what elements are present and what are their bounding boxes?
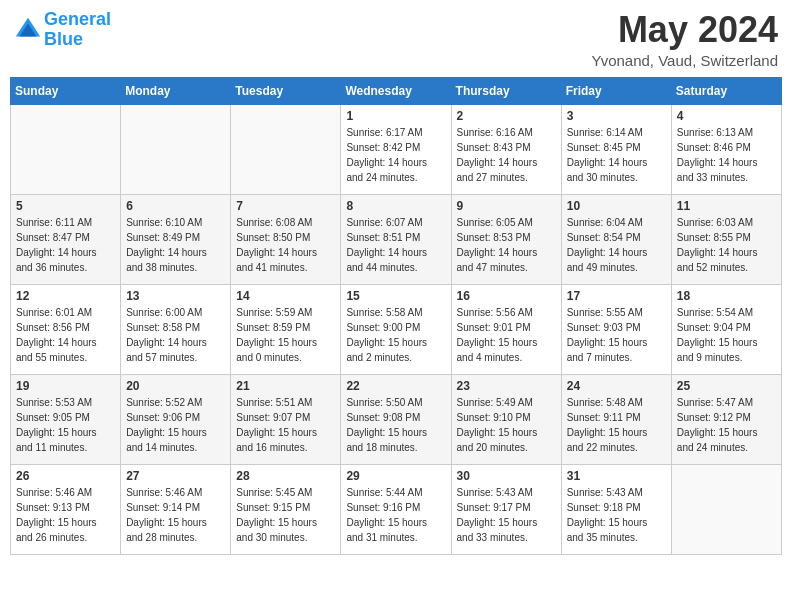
day-cell	[231, 104, 341, 194]
week-row-1: 1Sunrise: 6:17 AM Sunset: 8:42 PM Daylig…	[11, 104, 782, 194]
day-number: 13	[126, 289, 225, 303]
day-number: 1	[346, 109, 445, 123]
day-cell: 19Sunrise: 5:53 AM Sunset: 9:05 PM Dayli…	[11, 374, 121, 464]
week-row-4: 19Sunrise: 5:53 AM Sunset: 9:05 PM Dayli…	[11, 374, 782, 464]
weekday-saturday: Saturday	[671, 77, 781, 104]
day-cell: 2Sunrise: 6:16 AM Sunset: 8:43 PM Daylig…	[451, 104, 561, 194]
day-number: 9	[457, 199, 556, 213]
day-cell: 3Sunrise: 6:14 AM Sunset: 8:45 PM Daylig…	[561, 104, 671, 194]
day-number: 8	[346, 199, 445, 213]
day-info: Sunrise: 5:54 AM Sunset: 9:04 PM Dayligh…	[677, 305, 776, 365]
day-info: Sunrise: 6:13 AM Sunset: 8:46 PM Dayligh…	[677, 125, 776, 185]
day-cell: 5Sunrise: 6:11 AM Sunset: 8:47 PM Daylig…	[11, 194, 121, 284]
day-cell: 28Sunrise: 5:45 AM Sunset: 9:15 PM Dayli…	[231, 464, 341, 554]
day-cell: 16Sunrise: 5:56 AM Sunset: 9:01 PM Dayli…	[451, 284, 561, 374]
day-number: 2	[457, 109, 556, 123]
day-number: 14	[236, 289, 335, 303]
day-number: 27	[126, 469, 225, 483]
calendar-table: SundayMondayTuesdayWednesdayThursdayFrid…	[10, 77, 782, 555]
logo-icon	[14, 16, 42, 44]
day-cell: 26Sunrise: 5:46 AM Sunset: 9:13 PM Dayli…	[11, 464, 121, 554]
day-cell: 13Sunrise: 6:00 AM Sunset: 8:58 PM Dayli…	[121, 284, 231, 374]
day-cell: 8Sunrise: 6:07 AM Sunset: 8:51 PM Daylig…	[341, 194, 451, 284]
day-cell: 12Sunrise: 6:01 AM Sunset: 8:56 PM Dayli…	[11, 284, 121, 374]
day-cell: 4Sunrise: 6:13 AM Sunset: 8:46 PM Daylig…	[671, 104, 781, 194]
day-number: 23	[457, 379, 556, 393]
day-cell: 30Sunrise: 5:43 AM Sunset: 9:17 PM Dayli…	[451, 464, 561, 554]
day-number: 6	[126, 199, 225, 213]
day-info: Sunrise: 5:43 AM Sunset: 9:18 PM Dayligh…	[567, 485, 666, 545]
day-info: Sunrise: 6:08 AM Sunset: 8:50 PM Dayligh…	[236, 215, 335, 275]
day-cell: 15Sunrise: 5:58 AM Sunset: 9:00 PM Dayli…	[341, 284, 451, 374]
weekday-friday: Friday	[561, 77, 671, 104]
day-cell: 21Sunrise: 5:51 AM Sunset: 9:07 PM Dayli…	[231, 374, 341, 464]
day-number: 28	[236, 469, 335, 483]
day-number: 10	[567, 199, 666, 213]
day-info: Sunrise: 5:51 AM Sunset: 9:07 PM Dayligh…	[236, 395, 335, 455]
day-cell: 18Sunrise: 5:54 AM Sunset: 9:04 PM Dayli…	[671, 284, 781, 374]
day-cell: 6Sunrise: 6:10 AM Sunset: 8:49 PM Daylig…	[121, 194, 231, 284]
day-cell: 31Sunrise: 5:43 AM Sunset: 9:18 PM Dayli…	[561, 464, 671, 554]
day-cell: 14Sunrise: 5:59 AM Sunset: 8:59 PM Dayli…	[231, 284, 341, 374]
day-info: Sunrise: 6:14 AM Sunset: 8:45 PM Dayligh…	[567, 125, 666, 185]
day-number: 22	[346, 379, 445, 393]
day-number: 16	[457, 289, 556, 303]
day-info: Sunrise: 5:50 AM Sunset: 9:08 PM Dayligh…	[346, 395, 445, 455]
day-info: Sunrise: 5:48 AM Sunset: 9:11 PM Dayligh…	[567, 395, 666, 455]
day-info: Sunrise: 6:03 AM Sunset: 8:55 PM Dayligh…	[677, 215, 776, 275]
week-row-3: 12Sunrise: 6:01 AM Sunset: 8:56 PM Dayli…	[11, 284, 782, 374]
day-number: 18	[677, 289, 776, 303]
day-info: Sunrise: 6:05 AM Sunset: 8:53 PM Dayligh…	[457, 215, 556, 275]
day-number: 15	[346, 289, 445, 303]
day-info: Sunrise: 6:01 AM Sunset: 8:56 PM Dayligh…	[16, 305, 115, 365]
week-row-5: 26Sunrise: 5:46 AM Sunset: 9:13 PM Dayli…	[11, 464, 782, 554]
day-number: 19	[16, 379, 115, 393]
day-cell: 1Sunrise: 6:17 AM Sunset: 8:42 PM Daylig…	[341, 104, 451, 194]
day-cell: 7Sunrise: 6:08 AM Sunset: 8:50 PM Daylig…	[231, 194, 341, 284]
week-row-2: 5Sunrise: 6:11 AM Sunset: 8:47 PM Daylig…	[11, 194, 782, 284]
logo-text: General Blue	[44, 10, 111, 50]
day-info: Sunrise: 6:00 AM Sunset: 8:58 PM Dayligh…	[126, 305, 225, 365]
day-info: Sunrise: 5:46 AM Sunset: 9:14 PM Dayligh…	[126, 485, 225, 545]
day-info: Sunrise: 5:46 AM Sunset: 9:13 PM Dayligh…	[16, 485, 115, 545]
day-number: 12	[16, 289, 115, 303]
title-block: May 2024 Yvonand, Vaud, Switzerland	[591, 10, 778, 69]
day-info: Sunrise: 5:49 AM Sunset: 9:10 PM Dayligh…	[457, 395, 556, 455]
day-cell: 10Sunrise: 6:04 AM Sunset: 8:54 PM Dayli…	[561, 194, 671, 284]
weekday-thursday: Thursday	[451, 77, 561, 104]
weekday-wednesday: Wednesday	[341, 77, 451, 104]
day-info: Sunrise: 5:43 AM Sunset: 9:17 PM Dayligh…	[457, 485, 556, 545]
weekday-monday: Monday	[121, 77, 231, 104]
day-info: Sunrise: 6:16 AM Sunset: 8:43 PM Dayligh…	[457, 125, 556, 185]
day-cell: 17Sunrise: 5:55 AM Sunset: 9:03 PM Dayli…	[561, 284, 671, 374]
weekday-tuesday: Tuesday	[231, 77, 341, 104]
weekday-sunday: Sunday	[11, 77, 121, 104]
day-cell	[671, 464, 781, 554]
day-number: 7	[236, 199, 335, 213]
day-cell: 11Sunrise: 6:03 AM Sunset: 8:55 PM Dayli…	[671, 194, 781, 284]
logo: General Blue	[14, 10, 111, 50]
day-number: 17	[567, 289, 666, 303]
day-cell	[11, 104, 121, 194]
day-cell: 27Sunrise: 5:46 AM Sunset: 9:14 PM Dayli…	[121, 464, 231, 554]
weekday-header-row: SundayMondayTuesdayWednesdayThursdayFrid…	[11, 77, 782, 104]
month-title: May 2024	[591, 10, 778, 50]
day-number: 5	[16, 199, 115, 213]
day-number: 26	[16, 469, 115, 483]
day-number: 20	[126, 379, 225, 393]
day-info: Sunrise: 5:55 AM Sunset: 9:03 PM Dayligh…	[567, 305, 666, 365]
day-info: Sunrise: 6:10 AM Sunset: 8:49 PM Dayligh…	[126, 215, 225, 275]
day-cell: 22Sunrise: 5:50 AM Sunset: 9:08 PM Dayli…	[341, 374, 451, 464]
day-info: Sunrise: 6:11 AM Sunset: 8:47 PM Dayligh…	[16, 215, 115, 275]
page-header: General Blue May 2024 Yvonand, Vaud, Swi…	[10, 10, 782, 69]
day-info: Sunrise: 5:45 AM Sunset: 9:15 PM Dayligh…	[236, 485, 335, 545]
day-cell: 29Sunrise: 5:44 AM Sunset: 9:16 PM Dayli…	[341, 464, 451, 554]
day-info: Sunrise: 5:52 AM Sunset: 9:06 PM Dayligh…	[126, 395, 225, 455]
day-number: 25	[677, 379, 776, 393]
day-number: 4	[677, 109, 776, 123]
day-info: Sunrise: 5:53 AM Sunset: 9:05 PM Dayligh…	[16, 395, 115, 455]
day-number: 31	[567, 469, 666, 483]
day-info: Sunrise: 6:04 AM Sunset: 8:54 PM Dayligh…	[567, 215, 666, 275]
day-cell: 23Sunrise: 5:49 AM Sunset: 9:10 PM Dayli…	[451, 374, 561, 464]
day-cell: 24Sunrise: 5:48 AM Sunset: 9:11 PM Dayli…	[561, 374, 671, 464]
